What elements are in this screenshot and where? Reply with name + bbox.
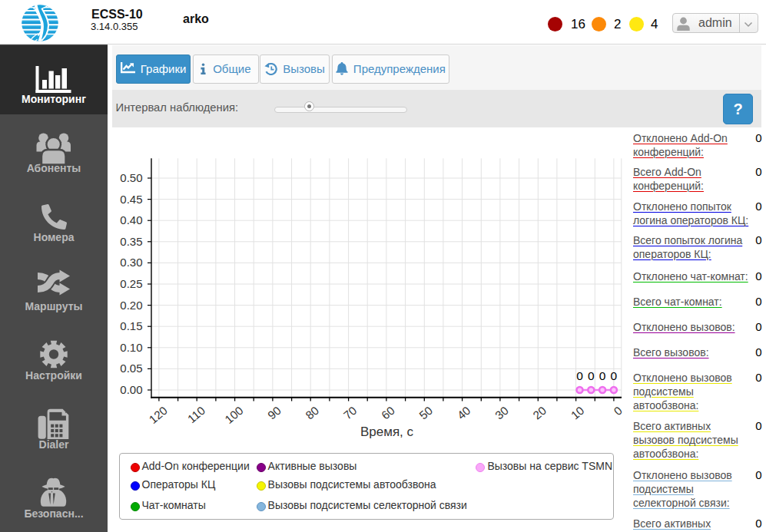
svg-text:0.10: 0.10 bbox=[120, 341, 142, 354]
svg-text:0.40: 0.40 bbox=[120, 213, 142, 226]
svg-text:0: 0 bbox=[611, 369, 618, 382]
svg-text:0: 0 bbox=[576, 369, 583, 382]
svg-text:30: 30 bbox=[492, 404, 511, 422]
svg-text:0.20: 0.20 bbox=[120, 299, 142, 312]
svg-text:0.15: 0.15 bbox=[120, 319, 142, 332]
svg-text:110: 110 bbox=[185, 404, 207, 426]
svg-text:0: 0 bbox=[588, 369, 595, 382]
svg-text:0: 0 bbox=[611, 404, 624, 418]
svg-text:70: 70 bbox=[341, 404, 360, 422]
svg-text:100: 100 bbox=[222, 404, 245, 426]
svg-text:90: 90 bbox=[265, 404, 284, 422]
svg-text:0.25: 0.25 bbox=[120, 277, 142, 290]
svg-text:0: 0 bbox=[599, 369, 606, 382]
svg-text:20: 20 bbox=[530, 404, 549, 422]
svg-text:0.50: 0.50 bbox=[120, 171, 142, 184]
svg-text:0.45: 0.45 bbox=[120, 193, 142, 206]
svg-text:Время, с: Время, с bbox=[360, 425, 414, 439]
svg-text:60: 60 bbox=[379, 404, 397, 422]
svg-text:80: 80 bbox=[303, 404, 321, 422]
svg-text:0.05: 0.05 bbox=[120, 362, 142, 375]
svg-text:120: 120 bbox=[146, 404, 169, 426]
svg-text:40: 40 bbox=[455, 404, 473, 422]
svg-text:0.00: 0.00 bbox=[120, 383, 142, 396]
svg-text:0.30: 0.30 bbox=[120, 256, 142, 269]
svg-text:10: 10 bbox=[569, 404, 587, 422]
svg-text:0.35: 0.35 bbox=[120, 235, 142, 248]
svg-text:50: 50 bbox=[416, 404, 435, 422]
